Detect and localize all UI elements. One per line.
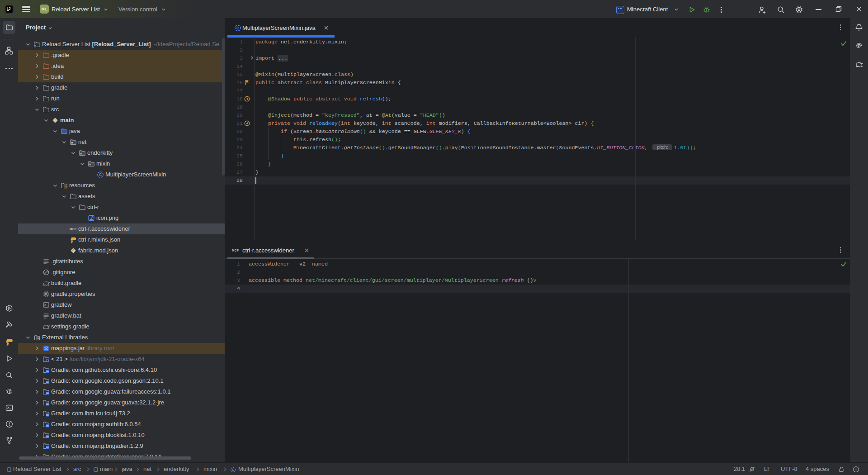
svg-text:MCP: MCP [232, 249, 239, 252]
svg-text:C: C [232, 468, 234, 471]
svg-text:MCP: MCP [70, 228, 77, 231]
svg-text:C: C [99, 172, 102, 177]
svg-text:C: C [236, 26, 239, 30]
